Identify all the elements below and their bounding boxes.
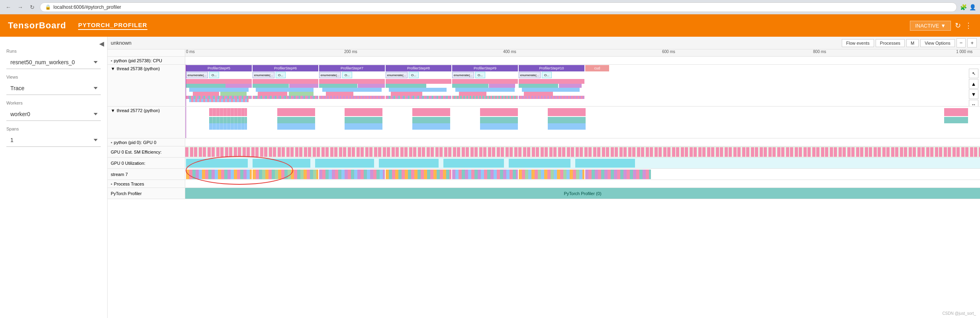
process-traces-label: • Process Traces xyxy=(108,180,185,188)
enum-5a: enumerate(... xyxy=(186,72,208,78)
nav-expand-btn[interactable]: ↔ xyxy=(969,100,978,106)
step-9-bar: ProfilerStep#9 xyxy=(452,65,518,71)
time-1000: 1 000 ms xyxy=(956,49,972,54)
t25772-block-right xyxy=(944,108,968,135)
pytorch-profiler-content: PyTorch Profiler (0) xyxy=(564,191,601,196)
python-cpu-content xyxy=(185,57,980,64)
step6-stack xyxy=(253,79,318,105)
nav-controls: ↖ ▲ ▼ ↔ xyxy=(969,69,978,106)
process-traces-row: • Process Traces xyxy=(108,180,980,188)
time-600: 600 ms xyxy=(662,49,675,54)
step5-stack xyxy=(186,79,252,105)
zoom-plus-btn[interactable]: + xyxy=(967,38,977,47)
gpu-sm-content xyxy=(185,146,980,157)
time-200: 200 ms xyxy=(344,49,357,54)
stream7-label: stream 7 xyxy=(108,169,185,180)
o-9a: O... xyxy=(475,72,485,78)
tb-plugin-name: PYTORCH_PROFILER xyxy=(78,22,147,30)
spans-label: Spans xyxy=(6,126,101,131)
o-6a: O... xyxy=(276,72,286,78)
content-area: unknown Flow events Processes M View Opt… xyxy=(108,37,980,318)
pytorch-profiler-bar: PyTorch Profiler (0) xyxy=(185,188,980,199)
time-ruler: 0 ms 200 ms 400 ms 600 ms 800 ms 1 000 m… xyxy=(108,49,980,57)
cud-bar: cud xyxy=(585,65,609,71)
time-400: 400 ms xyxy=(503,49,516,54)
tb-refresh-btn[interactable]: ↻ xyxy=(955,21,961,30)
o-5a: O... xyxy=(209,72,219,78)
workers-dropdown[interactable]: worker0 xyxy=(6,108,101,121)
python-gpu-bullet: • xyxy=(111,140,112,145)
zoom-minus-btn[interactable]: − xyxy=(956,38,966,47)
main-layout: ◀ Runs resnet50_num_workers_0 Views Trac… xyxy=(0,37,980,318)
step10-stack xyxy=(519,79,584,105)
watermark: CSDN @just_sort_ xyxy=(942,311,976,316)
stream7-row: stream 7 xyxy=(108,169,980,180)
step8-stack xyxy=(386,79,451,105)
o-10a: O... xyxy=(542,72,552,78)
tb-header-left: TensorBoard PYTORCH_PROFILER xyxy=(8,20,147,31)
flow-events-btn[interactable]: Flow events xyxy=(842,39,874,47)
extensions-icon: 🧩 xyxy=(960,4,967,10)
enum-6a: enumerate(... xyxy=(253,72,274,78)
url-text: localhost:6006/#pytorch_profiler xyxy=(53,4,952,10)
trace-viewport[interactable]: 0 ms 200 ms 400 ms 600 ms 800 ms 1 000 m… xyxy=(108,49,980,318)
nav-down-btn[interactable]: ▼ xyxy=(969,89,978,99)
nav-up-btn[interactable]: ▲ xyxy=(969,79,978,89)
t25772-block5 xyxy=(480,108,518,135)
time-ruler-content: 0 ms 200 ms 400 ms 600 ms 800 ms 1 000 m… xyxy=(185,49,980,56)
tb-header: TensorBoard PYTORCH_PROFILER INACTIVE ▼ … xyxy=(0,14,980,37)
browser-refresh-btn[interactable]: ↻ xyxy=(28,3,37,12)
enum-9a: enumerate(... xyxy=(452,72,474,78)
gpu-util-label: GPU 0 Utilization: xyxy=(108,158,185,168)
thread-25772-row: ▼ thread 25772 (python) xyxy=(108,107,980,138)
step-6-bar: ProfilerStep#6 xyxy=(253,65,318,71)
process-traces-bullet: • xyxy=(111,182,112,186)
step-8-bar: ProfilerStep#8 xyxy=(386,65,451,71)
runs-dropdown[interactable]: resnet50_num_workers_0 xyxy=(6,56,101,69)
pytorch-profiler-label: PyTorch Profiler xyxy=(108,188,185,199)
tb-settings-btn[interactable]: ⋮ xyxy=(965,21,972,30)
thread-25738-row: ▼ thread 25738 (python) ProfilerStep#5 P… xyxy=(108,65,980,107)
step9-stack xyxy=(452,79,518,105)
thread-25772-label: ▼ thread 25772 (python) xyxy=(108,107,185,138)
cursor-btn[interactable]: ↖ xyxy=(969,69,978,78)
stream7-content xyxy=(185,169,980,180)
thread-25738-arrow: ▼ xyxy=(111,66,115,71)
process-traces-content xyxy=(185,180,980,188)
sidebar: ◀ Runs resnet50_num_workers_0 Views Trac… xyxy=(0,37,108,318)
t25772-block6 xyxy=(548,108,586,135)
python-gpu-row: • python (pid 0): GPU 0 xyxy=(108,138,980,146)
account-icon: 👤 xyxy=(969,4,976,10)
step-5-bar: ProfilerStep#5 xyxy=(186,65,252,71)
step-7-bar: ProfilerStep#7 xyxy=(319,65,385,71)
spans-dropdown[interactable]: 1 xyxy=(6,134,101,147)
inactive-btn[interactable]: INACTIVE ▼ xyxy=(910,21,951,31)
t25772-block2 xyxy=(277,108,315,135)
workers-label: Workers xyxy=(6,101,101,105)
thread-25772-arrow: ▼ xyxy=(111,108,115,113)
gpu-util-row: GPU 0 Utilization: xyxy=(108,158,980,169)
profiler-toolbar: unknown Flow events Processes M View Opt… xyxy=(108,37,980,49)
back-btn[interactable]: ← xyxy=(4,3,13,12)
tb-header-right: INACTIVE ▼ ↻ ⋮ xyxy=(910,21,972,31)
thread-25772-cursor xyxy=(186,107,186,138)
gpu-sm-label: GPU 0 Est. SM Efficiency: xyxy=(108,146,185,157)
browser-bar: ← → ↻ 🔒 localhost:6006/#pytorch_profiler… xyxy=(0,0,980,14)
pytorch-profiler-row: PyTorch Profiler PyTorch Profiler (0) xyxy=(108,188,980,199)
profiler-title: unknown xyxy=(111,40,840,46)
processes-btn[interactable]: Processes xyxy=(876,39,905,47)
forward-btn[interactable]: → xyxy=(16,3,25,12)
tb-logo: TensorBoard xyxy=(8,20,66,31)
python-cpu-label: • python (pid 25738): CPU xyxy=(108,57,185,64)
views-dropdown[interactable]: Trace xyxy=(6,82,101,95)
view-options-btn[interactable]: View Options xyxy=(920,39,955,47)
trace-container: 0 ms 200 ms 400 ms 600 ms 800 ms 1 000 m… xyxy=(108,49,980,318)
t25772-block1 xyxy=(209,108,247,135)
browser-icons: 🧩 👤 xyxy=(960,4,976,10)
t25772-block3 xyxy=(345,108,382,135)
time-800: 800 ms xyxy=(813,49,826,54)
m-btn[interactable]: M xyxy=(906,39,919,47)
python-cpu-row: • python (pid 25738): CPU xyxy=(108,57,980,65)
enum-7a: enumerate(... xyxy=(319,72,341,78)
sidebar-collapse-btn[interactable]: ◀ xyxy=(99,40,104,47)
